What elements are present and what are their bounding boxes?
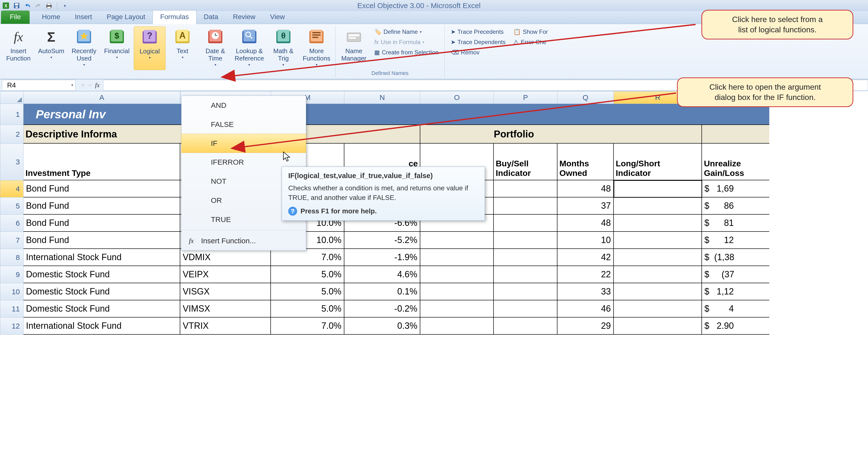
- cell[interactable]: [614, 215, 702, 232]
- chevron-down-icon[interactable]: ▾: [71, 83, 73, 88]
- autosum-button[interactable]: Σ AutoSum ▾: [35, 27, 67, 70]
- cell[interactable]: [420, 232, 494, 249]
- cancel-icon[interactable]: ✕: [81, 82, 85, 88]
- row-header-5[interactable]: 5: [0, 197, 24, 215]
- cell[interactable]: $ (37: [702, 266, 769, 283]
- dropdown-item-if[interactable]: IF: [181, 134, 306, 153]
- cell[interactable]: [420, 249, 494, 266]
- qat-customize-icon[interactable]: ▾: [61, 1, 69, 10]
- name-manager-button[interactable]: Name Manager: [338, 27, 370, 70]
- redo-icon[interactable]: [34, 1, 42, 10]
- cell[interactable]: $ 12: [702, 232, 769, 249]
- cell[interactable]: 5.0%: [271, 266, 344, 283]
- use-in-formula-button[interactable]: fxUse in Formula ▾: [373, 38, 440, 47]
- math-trig-button[interactable]: θ Math & Trig ▾: [268, 27, 299, 70]
- cell[interactable]: 4.6%: [344, 266, 420, 283]
- logical-button[interactable]: ? Logical ▾: [134, 27, 165, 70]
- cell[interactable]: 10: [557, 232, 614, 249]
- cell[interactable]: -0.2%: [344, 300, 420, 317]
- cell[interactable]: [494, 266, 557, 283]
- cell[interactable]: [614, 283, 702, 300]
- financial-button[interactable]: $ Financial ▾: [101, 27, 133, 70]
- cell[interactable]: [494, 215, 557, 232]
- cell[interactable]: 7.0%: [271, 249, 344, 266]
- cell[interactable]: 46: [557, 300, 614, 317]
- row-header-9[interactable]: 9: [0, 266, 24, 283]
- cell[interactable]: [420, 317, 494, 335]
- row-header-7[interactable]: 7: [0, 232, 24, 249]
- row-header-2[interactable]: 2: [0, 125, 24, 144]
- row-header-10[interactable]: 10: [0, 283, 24, 300]
- error-checking-button[interactable]: ⚠Error Che: [512, 38, 549, 47]
- cell[interactable]: [614, 232, 702, 249]
- cell[interactable]: 0.3%: [344, 317, 420, 335]
- cell[interactable]: 5.0%: [271, 283, 344, 300]
- enter-icon[interactable]: ✓: [88, 82, 92, 88]
- cell[interactable]: [494, 232, 557, 249]
- show-formulas-button[interactable]: 📋Show For: [512, 27, 549, 36]
- cell[interactable]: -5.2%: [344, 232, 420, 249]
- tab-insert[interactable]: Insert: [68, 10, 99, 24]
- recently-used-button[interactable]: Recently Used ▾: [68, 27, 100, 70]
- row-header-3[interactable]: 3: [0, 144, 24, 180]
- col-header-N[interactable]: N: [344, 91, 420, 104]
- dropdown-insert-function[interactable]: fxInsert Function...: [182, 231, 306, 250]
- create-from-selection-button[interactable]: ▦Create from Selection: [373, 48, 440, 57]
- cell[interactable]: VTRIX: [180, 317, 271, 335]
- cell[interactable]: 22: [557, 266, 614, 283]
- cell[interactable]: $ 1,12: [702, 283, 769, 300]
- row-header-12[interactable]: 12: [0, 317, 24, 335]
- cell[interactable]: VISGX: [180, 283, 271, 300]
- row-header-8[interactable]: 8: [0, 249, 24, 266]
- excel-app-icon[interactable]: X: [1, 1, 10, 10]
- cell[interactable]: [494, 197, 557, 215]
- lookup-reference-button[interactable]: Lookup & Reference ▾: [232, 27, 267, 70]
- row-header-1[interactable]: 1: [0, 104, 24, 125]
- col-header-P[interactable]: P: [494, 91, 557, 104]
- cell[interactable]: [494, 317, 557, 335]
- undo-icon[interactable]: [23, 1, 32, 10]
- insert-function-button[interactable]: fx Insert Function: [2, 27, 34, 70]
- tab-view[interactable]: View: [263, 10, 292, 24]
- cell[interactable]: [614, 180, 702, 197]
- cell[interactable]: Bond Fund: [24, 215, 180, 232]
- cell[interactable]: $ 2.90: [702, 317, 769, 335]
- cell[interactable]: 5.0%: [271, 300, 344, 317]
- cell[interactable]: 29: [557, 317, 614, 335]
- cell[interactable]: Domestic Stock Fund: [24, 283, 180, 300]
- name-box[interactable]: R4 ▾: [2, 80, 75, 91]
- trace-dependents-button[interactable]: ➤Trace Dependents: [449, 38, 507, 47]
- cell[interactable]: $ 4: [702, 300, 769, 317]
- cell[interactable]: [614, 249, 702, 266]
- save-icon[interactable]: [12, 1, 21, 10]
- tab-formulas[interactable]: Formulas: [153, 10, 196, 24]
- cell[interactable]: 0.1%: [344, 283, 420, 300]
- cell[interactable]: VDMIX: [180, 249, 271, 266]
- row-header-11[interactable]: 11: [0, 300, 24, 317]
- trace-precedents-button[interactable]: ➤Trace Precedents: [449, 27, 507, 36]
- col-header-O[interactable]: O: [420, 91, 494, 104]
- cell[interactable]: 7.0%: [271, 317, 344, 335]
- cell[interactable]: VIMSX: [180, 300, 271, 317]
- text-button[interactable]: A Text ▾: [166, 27, 198, 70]
- select-all-corner[interactable]: [0, 91, 24, 104]
- cell[interactable]: Domestic Stock Fund: [24, 266, 180, 283]
- cell[interactable]: [420, 283, 494, 300]
- cell[interactable]: 48: [557, 215, 614, 232]
- cell[interactable]: [614, 197, 702, 215]
- cell[interactable]: -1.9%: [344, 249, 420, 266]
- cell[interactable]: [494, 300, 557, 317]
- cell[interactable]: 48: [557, 180, 614, 197]
- remove-arrows-button[interactable]: ⌫Remov: [449, 48, 507, 57]
- dropdown-item-false[interactable]: FALSE: [182, 115, 306, 134]
- cell[interactable]: [614, 317, 702, 335]
- cell[interactable]: 37: [557, 197, 614, 215]
- dropdown-item-and[interactable]: AND: [182, 96, 306, 115]
- date-time-button[interactable]: Date & Time ▾: [199, 27, 231, 70]
- col-header-Q[interactable]: Q: [557, 91, 614, 104]
- print-icon[interactable]: [44, 1, 53, 10]
- cell[interactable]: Bond Fund: [24, 232, 180, 249]
- tab-page-layout[interactable]: Page Layout: [99, 10, 153, 24]
- cell[interactable]: $ (1,38: [702, 249, 769, 266]
- define-name-button[interactable]: 🏷️Define Name ▾: [373, 27, 440, 36]
